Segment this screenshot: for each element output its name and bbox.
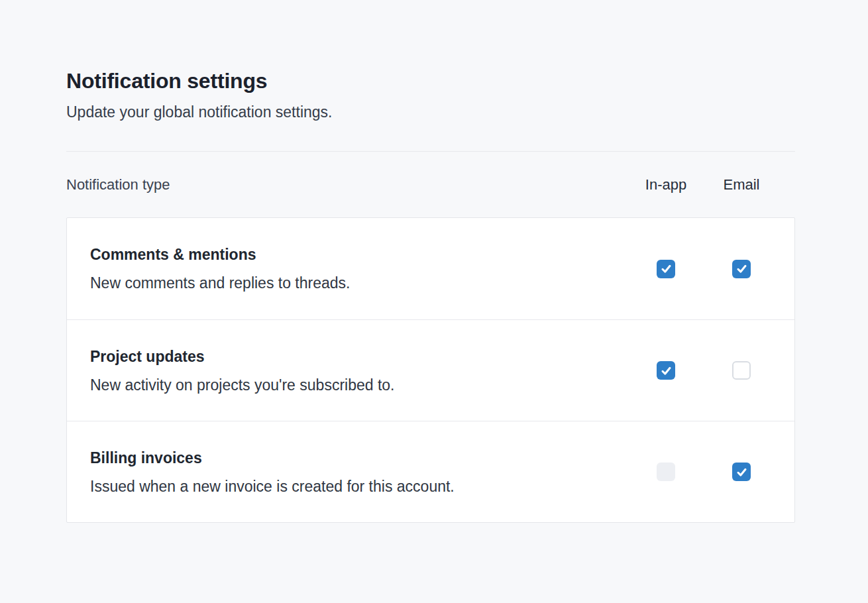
- check-icon: [735, 262, 748, 275]
- row-text: Billing invoices Issued when a new invoi…: [90, 448, 617, 496]
- notification-settings-panel: Notification settings Update your global…: [66, 0, 795, 523]
- in-app-cell: [633, 361, 699, 380]
- page-subtitle: Update your global notification settings…: [66, 102, 795, 122]
- row-title: Billing invoices: [90, 448, 617, 468]
- row-text: Project updates New activity on projects…: [90, 347, 617, 395]
- notification-settings-card: Comments & mentions New comments and rep…: [66, 217, 795, 523]
- column-header-email: Email: [715, 176, 768, 193]
- check-icon: [660, 364, 673, 377]
- row-title: Comments & mentions: [90, 245, 617, 264]
- row-title: Project updates: [90, 347, 617, 366]
- checkbox-projects-email[interactable]: [732, 361, 751, 380]
- row-text: Comments & mentions New comments and rep…: [90, 245, 617, 293]
- email-cell: [715, 260, 768, 278]
- table-row: Project updates New activity on projects…: [67, 319, 794, 421]
- table-header-row: Notification type In-app Email: [66, 152, 795, 217]
- checkbox-comments-email[interactable]: [732, 260, 751, 278]
- checkbox-billing-email[interactable]: [732, 463, 751, 481]
- check-icon: [735, 466, 748, 478]
- checkbox-comments-in-app[interactable]: [657, 260, 675, 278]
- in-app-cell: [633, 260, 699, 278]
- email-cell: [715, 463, 768, 481]
- checkbox-billing-in-app: [657, 463, 675, 481]
- row-description: New activity on projects you're subscrib…: [90, 375, 617, 395]
- email-cell: [715, 361, 768, 380]
- in-app-cell: [633, 463, 699, 481]
- table-row: Billing invoices Issued when a new invoi…: [67, 421, 794, 522]
- page-title: Notification settings: [66, 68, 795, 94]
- column-header-in-app: In-app: [633, 176, 699, 193]
- row-description: New comments and replies to threads.: [90, 273, 617, 293]
- check-icon: [660, 262, 673, 275]
- column-header-notification-type: Notification type: [66, 176, 617, 193]
- table-row: Comments & mentions New comments and rep…: [67, 218, 794, 319]
- checkbox-projects-in-app[interactable]: [657, 361, 675, 380]
- row-description: Issued when a new invoice is created for…: [90, 476, 617, 496]
